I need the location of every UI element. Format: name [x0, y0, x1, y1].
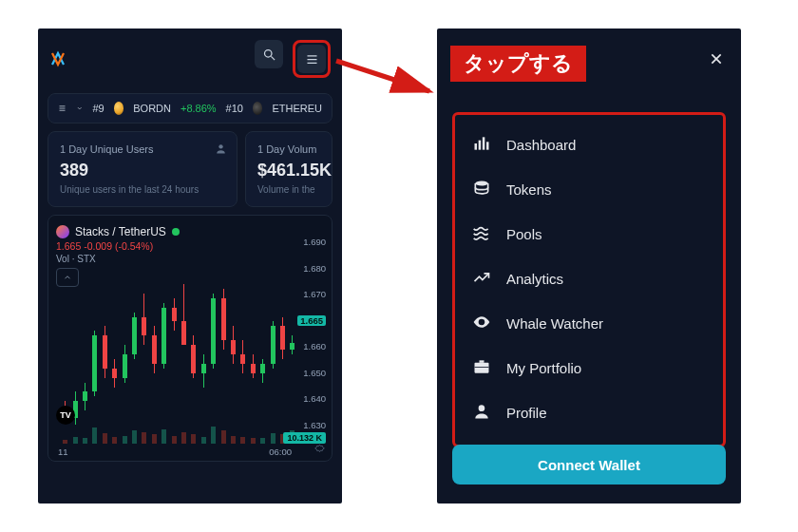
- volume-bar: [152, 434, 157, 444]
- connect-wallet-button[interactable]: Connect Wallet: [452, 445, 726, 484]
- chart-y-axis: 1.6901.6801.6701.6651.6601.6501.6401.630: [297, 237, 326, 430]
- volume-bar: [271, 433, 276, 444]
- menu-item-label: Analytics: [506, 271, 563, 287]
- y-tick: 1.630: [297, 420, 326, 430]
- volume-bar: [231, 436, 236, 444]
- chart-price: 1.665: [56, 240, 81, 252]
- tradingview-badge: TV: [56, 406, 75, 425]
- volume-bar: [221, 430, 226, 444]
- dashboard-icon: [472, 134, 491, 156]
- analytics-icon: [472, 268, 491, 290]
- menu-item-analytics[interactable]: Analytics: [461, 256, 717, 301]
- menu-item-profile[interactable]: Profile: [461, 390, 717, 435]
- top-bar: [38, 28, 342, 89]
- coin-icon-bordn: [114, 102, 124, 115]
- volume-bar: [132, 430, 137, 444]
- chevron-down-icon: [76, 104, 84, 113]
- volume-bar: [172, 436, 177, 444]
- stat-title: 1 Day Unique Users: [60, 143, 225, 155]
- menu-button[interactable]: [297, 45, 326, 73]
- chart-candles: [58, 284, 292, 423]
- stat-card-users[interactable]: 1 Day Unique Users 389 Unique users in t…: [48, 131, 238, 207]
- svg-rect-18: [475, 363, 489, 373]
- volume-bar: [201, 437, 206, 444]
- chart-card[interactable]: Stacks / TetherUS 1.665 -0.009 (-0.54%) …: [48, 215, 332, 462]
- tokens-icon: [472, 179, 491, 200]
- stat-value: $461.15K: [257, 161, 320, 180]
- chart-volume-tag: 10.132 K: [283, 432, 326, 444]
- close-icon: [709, 51, 724, 66]
- svg-rect-12: [475, 143, 478, 150]
- menu-item-label: Whale Watcher: [506, 315, 603, 332]
- menu-item-label: Pools: [506, 226, 542, 242]
- volume-bar: [112, 437, 117, 444]
- menu-item-my-portfolio[interactable]: My Portfolio: [461, 346, 717, 390]
- svg-point-17: [480, 320, 483, 323]
- stat-sub: Volume in the: [257, 184, 320, 195]
- eye-icon: [472, 313, 491, 334]
- volume-bar: [63, 440, 67, 444]
- svg-rect-19: [475, 367, 489, 368]
- chart-price-row: 1.665 -0.009 (-0.54%): [56, 240, 326, 252]
- y-tick: 1.690: [297, 237, 326, 247]
- volume-bar: [142, 432, 146, 444]
- chart-volume-bars: [58, 425, 292, 444]
- y-tick: 1.665: [297, 315, 326, 326]
- svg-rect-14: [483, 137, 485, 149]
- svg-point-16: [475, 181, 487, 186]
- stat-value: 389: [60, 161, 225, 180]
- connect-wallet-label: Connect Wallet: [538, 457, 640, 473]
- y-tick: 1.640: [297, 393, 326, 404]
- volume-bar: [73, 437, 78, 444]
- y-tick: 1.670: [297, 289, 326, 299]
- user-icon: [215, 142, 227, 159]
- menu-item-label: My Portfolio: [506, 360, 581, 376]
- ticker-bar[interactable]: #9 BORDN +8.86% #10 ETHEREU: [48, 93, 332, 124]
- chevron-up-icon: [63, 273, 72, 282]
- y-tick: 1.650: [297, 368, 326, 378]
- volume-bar: [260, 438, 265, 444]
- volume-bar: [123, 436, 127, 444]
- briefcase-icon: [472, 357, 491, 379]
- annotation-label: タップする: [450, 46, 586, 82]
- chart-pair-row: Stacks / TetherUS: [56, 225, 326, 238]
- chart-vol-label: Vol · STX: [56, 254, 326, 264]
- menu-item-tokens[interactable]: Tokens: [461, 167, 717, 212]
- volume-bar: [240, 437, 245, 444]
- pools-icon: [472, 223, 491, 245]
- menu-item-dashboard[interactable]: Dashboard: [461, 123, 717, 167]
- ticker-symbol: ETHEREU: [272, 103, 322, 114]
- annotation-menu-highlight: [293, 40, 331, 78]
- ticker-rank: #10: [226, 103, 243, 114]
- menu-icon: [305, 52, 319, 66]
- menu-item-pools[interactable]: Pools: [461, 212, 717, 256]
- volume-bar: [211, 427, 216, 444]
- svg-rect-15: [486, 142, 489, 149]
- search-button[interactable]: [255, 40, 283, 68]
- svg-rect-13: [479, 141, 482, 150]
- chart-pct: (-0.54%): [115, 240, 153, 252]
- volume-bar: [162, 429, 166, 444]
- app-screen-main: #9 BORDN +8.86% #10 ETHEREU 1 Day Unique…: [38, 28, 342, 504]
- app-logo: [49, 50, 66, 67]
- stacks-icon: [56, 225, 69, 238]
- ticker-change: +8.86%: [180, 103, 217, 114]
- chart-settings-button[interactable]: [314, 444, 326, 459]
- status-dot: [172, 228, 180, 236]
- volume-bar: [181, 432, 186, 444]
- x-tick: 11: [58, 446, 68, 457]
- volume-bar: [251, 438, 256, 444]
- close-button[interactable]: [709, 49, 724, 71]
- stat-card-volume[interactable]: 1 Day Volum $461.15K Volume in the: [245, 131, 332, 207]
- menu-list: DashboardTokensPoolsAnalyticsWhale Watch…: [452, 112, 726, 447]
- menu-item-whale-watcher[interactable]: Whale Watcher: [461, 301, 717, 346]
- annotation-arrow: [334, 48, 448, 104]
- gear-icon: [314, 444, 326, 456]
- chart-pair: Stacks / TetherUS: [75, 225, 166, 238]
- coin-icon-eth: [253, 102, 262, 115]
- svg-line-9: [336, 61, 429, 91]
- search-icon: [262, 48, 276, 62]
- svg-line-1: [271, 56, 275, 60]
- y-tick: 1.680: [297, 263, 326, 274]
- profile-icon: [472, 402, 491, 424]
